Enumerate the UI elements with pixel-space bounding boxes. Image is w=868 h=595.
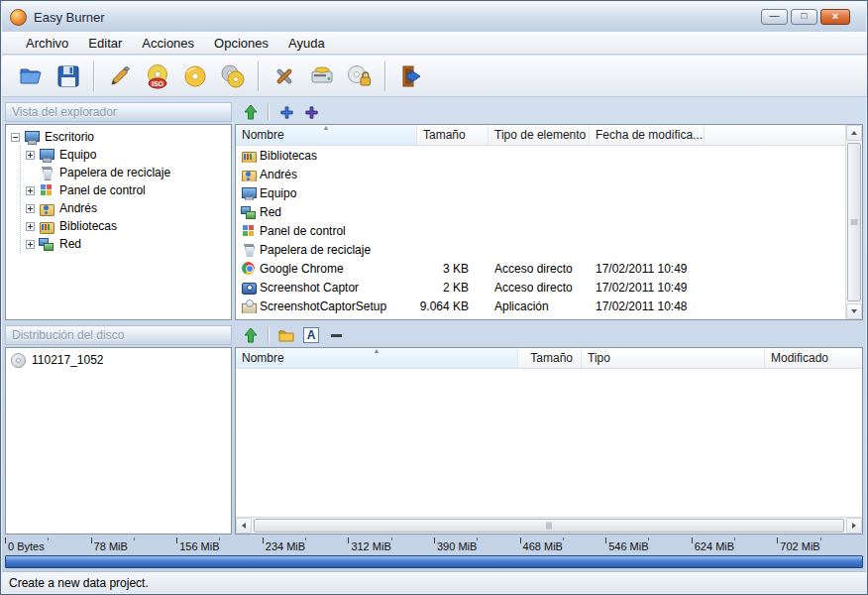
collapse-icon[interactable] [11, 133, 20, 142]
explorer-mini-toolbar [240, 100, 322, 124]
sort-asc-icon: ▲ [323, 124, 330, 131]
disc-project-item[interactable]: 110217_1052 [6, 351, 231, 369]
column-header-tamano[interactable]: Tamaño [417, 125, 488, 145]
toolbar-separator [93, 61, 95, 91]
expand-icon[interactable] [26, 222, 35, 231]
tree-item-bibliotecas[interactable]: Bibliotecas [21, 217, 231, 235]
column-header-tipo[interactable]: Tipo de elemento [488, 125, 590, 145]
tools-icon [271, 63, 297, 89]
file-row[interactable]: Screenshot Captor 2 KB Acceso directo 17… [236, 278, 845, 297]
tree-item-papelera[interactable]: Papelera de reciclaje [21, 164, 231, 181]
triangle-up-icon [851, 131, 857, 135]
expand-icon[interactable] [26, 151, 35, 160]
scroll-down-button[interactable] [846, 303, 862, 319]
libraries-icon [39, 219, 54, 233]
file-name: ScreenshotCaptorSetup [260, 299, 386, 313]
protect-disc-button[interactable] [341, 59, 379, 94]
recorder-drive-button[interactable] [303, 59, 341, 94]
column-header-modificado[interactable]: Modificado [765, 348, 862, 368]
save-project-button[interactable] [50, 59, 87, 94]
add-all-button[interactable] [300, 101, 322, 123]
menu-archivo[interactable]: Archivo [16, 33, 78, 54]
mini-toolbar-separator [268, 104, 270, 120]
copy-disc-button[interactable] [214, 59, 252, 94]
menu-opciones[interactable]: Opciones [204, 33, 278, 54]
maximize-button[interactable]: □ [791, 9, 817, 25]
file-row[interactable]: ScreenshotCaptorSetup 9.064 KB Aplicació… [236, 297, 845, 315]
add-file-button[interactable] [275, 101, 297, 123]
scroll-up-button[interactable] [846, 125, 862, 141]
disc-mini-toolbar: A [240, 323, 347, 347]
open-folder-icon [18, 63, 44, 89]
file-name: Red [260, 205, 281, 219]
tree-item-label: Papelera de reciclaje [57, 166, 172, 179]
tree-item-red[interactable]: Red [21, 235, 231, 253]
file-row[interactable]: Equipo [236, 183, 845, 202]
expand-icon[interactable] [26, 204, 35, 213]
file-name: Papelera de reciclaje [260, 243, 371, 257]
column-label: Nombre [242, 128, 284, 142]
network-icon [39, 237, 54, 251]
horizontal-scrollbar[interactable] [236, 517, 862, 534]
file-size: 2 KB [417, 281, 488, 295]
title-bar[interactable]: Easy Burner — □ × [2, 2, 866, 32]
column-label: Modificado [771, 351, 828, 365]
control-panel-icon [241, 224, 256, 238]
file-row[interactable]: Google Chrome 3 KB Acceso directo 17/02/… [236, 259, 845, 278]
exit-button[interactable] [392, 59, 430, 94]
file-row[interactable]: Papelera de reciclaje [236, 240, 845, 259]
settings-button[interactable] [266, 59, 303, 94]
create-iso-button[interactable]: ISO [139, 59, 176, 94]
scroll-right-button[interactable] [846, 518, 862, 534]
file-size: 9.064 KB [417, 299, 488, 313]
drive-icon [309, 63, 335, 89]
column-header-nombre[interactable]: Nombre ▲ [236, 348, 518, 368]
erase-disc-button[interactable] [101, 59, 139, 94]
expand-icon[interactable] [26, 186, 35, 195]
scrollbar-track[interactable] [252, 518, 846, 534]
file-row[interactable]: Panel de control [236, 221, 845, 240]
remove-button[interactable] [325, 324, 347, 346]
expand-icon[interactable] [26, 240, 35, 249]
network-icon [241, 205, 256, 219]
ruler-segment: 624 MiB [692, 536, 778, 554]
burn-disc-icon [182, 63, 208, 89]
tree-item-escritorio[interactable]: Escritorio [6, 128, 231, 146]
new-folder-button[interactable] [275, 324, 297, 346]
vertical-scrollbar[interactable] [845, 125, 862, 319]
ruler-segment: 0 Bytes [5, 536, 91, 554]
column-header-tipo[interactable]: Tipo [582, 348, 765, 368]
column-header-tamano[interactable]: Tamaño [518, 348, 582, 368]
column-label: Tamaño [530, 351, 573, 365]
tree-item-equipo[interactable]: Equipo [21, 146, 231, 164]
menu-acciones[interactable]: Acciones [132, 33, 204, 54]
explorer-file-list: Nombre ▲ Tamaño Tipo de elemento Fecha d… [235, 124, 863, 320]
tree-item-label: Equipo [57, 148, 98, 162]
user-folder-icon [39, 201, 54, 215]
tree-item-panel-de-control[interactable]: Panel de control [21, 181, 231, 199]
scrollbar-thumb[interactable] [254, 519, 844, 533]
column-header-nombre[interactable]: Nombre ▲ [236, 125, 417, 145]
file-row[interactable]: Bibliotecas [236, 146, 845, 165]
menu-ayuda[interactable]: Ayuda [278, 33, 335, 54]
scrollbar-thumb[interactable] [847, 143, 861, 301]
minimize-button[interactable]: — [761, 9, 788, 25]
scrollbar-track[interactable] [846, 141, 862, 303]
file-row[interactable]: Red [236, 202, 845, 221]
explorer-list-header: Nombre ▲ Tamaño Tipo de elemento Fecha d… [236, 125, 862, 146]
disc-file-list: Nombre ▲ Tamaño Tipo Modificado [235, 347, 863, 535]
ruler-tick-label: 624 MiB [695, 540, 734, 552]
rename-button[interactable]: A [300, 324, 322, 346]
column-header-fecha[interactable]: Fecha de modifica... [590, 125, 705, 145]
burn-disc-button[interactable] [176, 59, 214, 94]
up-level-button[interactable] [240, 101, 262, 123]
file-row[interactable]: Andrés [236, 165, 845, 183]
tree-item-andres[interactable]: Andrés [21, 199, 231, 217]
close-button[interactable]: × [820, 9, 850, 25]
open-project-button[interactable] [12, 59, 50, 94]
disc-up-level-button[interactable] [240, 324, 262, 346]
file-name: Andrés [260, 168, 297, 181]
scroll-left-button[interactable] [236, 518, 252, 534]
menu-editar[interactable]: Editar [78, 33, 132, 54]
explorer-list-body: Bibliotecas Andrés Equipo Red [236, 146, 845, 319]
